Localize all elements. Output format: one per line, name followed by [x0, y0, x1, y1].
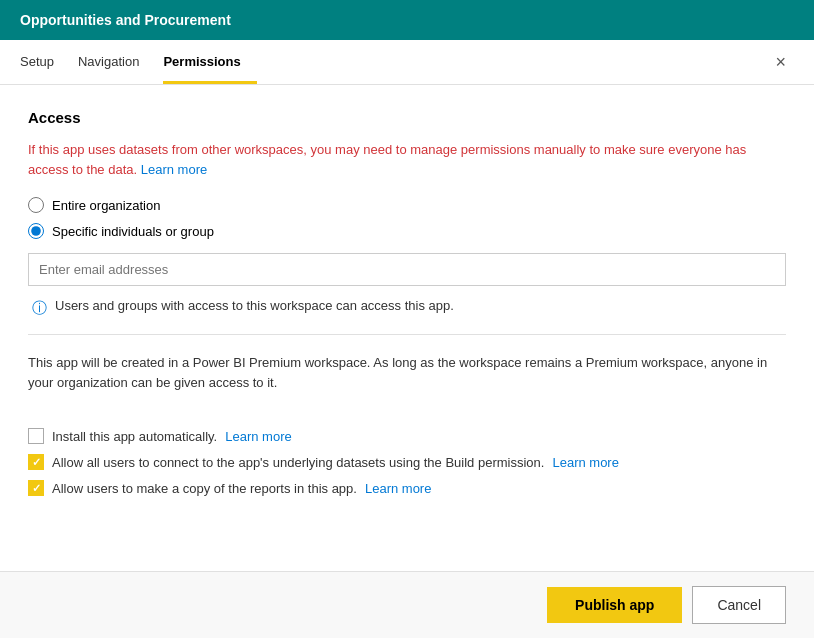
- checkbox-install-auto-box[interactable]: [28, 428, 44, 444]
- info-icon: ⓘ: [32, 299, 47, 318]
- checkbox-install-auto-learn-more[interactable]: Learn more: [225, 429, 291, 444]
- checkbox-allow-build: Allow all users to connect to the app's …: [28, 454, 786, 470]
- checkbox-allow-copy-learn-more[interactable]: Learn more: [365, 481, 431, 496]
- radio-group: Entire organization Specific individuals…: [28, 197, 786, 239]
- radio-entire-org-label: Entire organization: [52, 198, 160, 213]
- checkbox-allow-build-box[interactable]: [28, 454, 44, 470]
- access-learn-more-link[interactable]: Learn more: [141, 162, 207, 177]
- workspace-notice-banner: ⓘ Users and groups with access to this w…: [28, 298, 786, 318]
- workspace-notice-text: Users and groups with access to this wor…: [55, 298, 454, 313]
- dialog: Opportunities and Procurement Setup Navi…: [0, 0, 814, 638]
- tabs-row: Setup Navigation Permissions ×: [0, 40, 814, 85]
- checkbox-install-auto-label: Install this app automatically.: [52, 429, 217, 444]
- dialog-title: Opportunities and Procurement: [20, 12, 231, 28]
- checkbox-install-auto: Install this app automatically. Learn mo…: [28, 428, 786, 444]
- tab-setup[interactable]: Setup: [20, 40, 70, 84]
- radio-specific-individuals-input[interactable]: [28, 223, 44, 239]
- radio-specific-individuals[interactable]: Specific individuals or group: [28, 223, 786, 239]
- checkbox-allow-build-label: Allow all users to connect to the app's …: [52, 455, 544, 470]
- radio-entire-org-input[interactable]: [28, 197, 44, 213]
- dialog-footer: Publish app Cancel: [0, 571, 814, 638]
- checkbox-group: Install this app automatically. Learn mo…: [28, 428, 786, 496]
- divider: [28, 334, 786, 335]
- dialog-header: Opportunities and Procurement: [0, 0, 814, 40]
- access-info-message: If this app uses datasets from other wor…: [28, 142, 746, 177]
- premium-text: This app will be created in a Power BI P…: [28, 353, 786, 392]
- radio-specific-individuals-label: Specific individuals or group: [52, 224, 214, 239]
- tab-navigation[interactable]: Navigation: [78, 40, 155, 84]
- dialog-body: Access If this app uses datasets from ot…: [0, 85, 814, 571]
- access-info-text: If this app uses datasets from other wor…: [28, 140, 786, 179]
- cancel-button[interactable]: Cancel: [692, 586, 786, 624]
- email-input[interactable]: [28, 253, 786, 286]
- tab-permissions[interactable]: Permissions: [163, 40, 256, 84]
- premium-text-content: This app will be created in a Power BI P…: [28, 355, 767, 390]
- access-section-title: Access: [28, 109, 786, 126]
- close-button[interactable]: ×: [767, 49, 794, 75]
- checkbox-allow-build-learn-more[interactable]: Learn more: [552, 455, 618, 470]
- radio-entire-org[interactable]: Entire organization: [28, 197, 786, 213]
- checkbox-allow-copy: Allow users to make a copy of the report…: [28, 480, 786, 496]
- publish-app-button[interactable]: Publish app: [547, 587, 682, 623]
- checkbox-allow-copy-label: Allow users to make a copy of the report…: [52, 481, 357, 496]
- checkbox-allow-copy-box[interactable]: [28, 480, 44, 496]
